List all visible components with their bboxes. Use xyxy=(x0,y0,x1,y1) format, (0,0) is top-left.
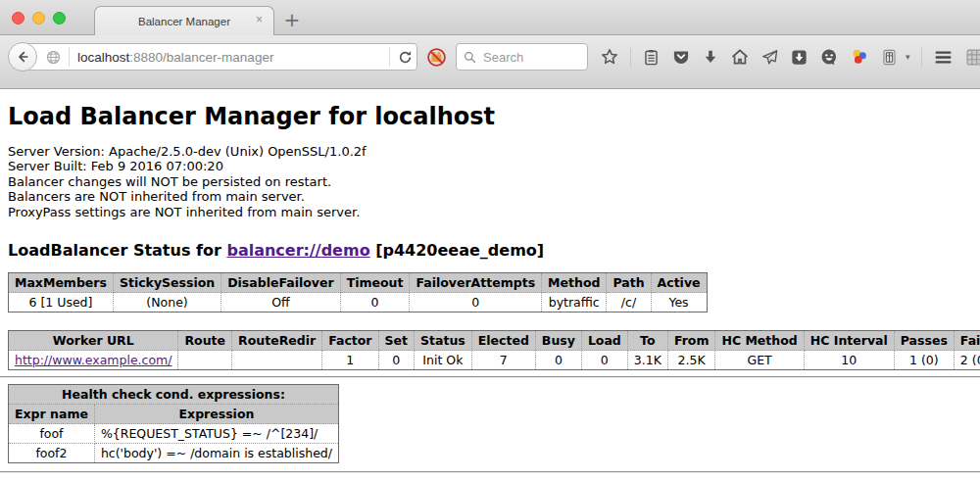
heading-prefix: LoadBalancer Status for xyxy=(8,241,226,260)
cell-active: Yes xyxy=(651,293,707,313)
col-worker-url: Worker URL xyxy=(9,331,178,351)
cell-from: 2.5K xyxy=(667,351,715,370)
addon-download-button[interactable] xyxy=(790,42,808,72)
page-content: Load Balancer Manager for localhost Serv… xyxy=(0,103,980,473)
home-button[interactable] xyxy=(730,42,750,72)
col-busy: Busy xyxy=(535,331,581,351)
col-routeredir: RouteRedir xyxy=(232,331,322,351)
colored-dots-addon-button[interactable] xyxy=(850,42,869,72)
smiley-addon-button[interactable] xyxy=(819,42,839,72)
notebook-addon-button[interactable] xyxy=(880,42,899,72)
page-title: Load Balancer Manager for localhost xyxy=(8,103,972,130)
cell-busy: 0 xyxy=(535,351,581,370)
search-bar[interactable] xyxy=(456,43,588,71)
col-fails: Fails xyxy=(954,331,980,351)
cell-routeredir xyxy=(232,351,322,370)
back-button[interactable] xyxy=(8,42,37,72)
cell-fails: 2 (0) xyxy=(954,351,980,370)
cell-hc-interval: 10 xyxy=(804,351,894,370)
cell-failoverattempts: 0 xyxy=(410,293,542,313)
cell-route xyxy=(178,351,232,370)
grid-addon-icon xyxy=(964,47,980,68)
table-header-row: MaxMembers StickySession DisableFailover… xyxy=(9,273,708,293)
col-maxmembers: MaxMembers xyxy=(9,273,114,293)
health-check-table: Health check cond. expressions: Expr nam… xyxy=(8,384,339,463)
cell-set: 0 xyxy=(378,351,414,370)
bookmark-star-icon xyxy=(600,47,619,67)
reload-button[interactable] xyxy=(398,42,413,72)
window-zoom-button[interactable] xyxy=(53,12,66,24)
col-method: Method xyxy=(542,273,607,293)
navigation-toolbar: localhost:8880/balancer-manager xyxy=(0,35,980,89)
back-arrow-icon xyxy=(15,49,30,65)
dropdown-caret-icon[interactable]: ▾ xyxy=(906,52,910,62)
cell-expression: hc('body') =~ /domain is established/ xyxy=(94,444,338,463)
col-status: Status xyxy=(415,331,472,351)
col-hc-method: HC Method xyxy=(715,331,804,351)
col-elected: Elected xyxy=(471,331,535,351)
cell-to: 3.1K xyxy=(627,351,667,370)
cell-status: Init Ok xyxy=(415,351,472,370)
server-info: Server Version: Apache/2.5.0-dev (Unix) … xyxy=(8,144,972,219)
balancer-demo-link[interactable]: balancer://demo xyxy=(226,241,369,260)
health-row: foof2 hc('body') =~ /domain is establish… xyxy=(9,444,339,463)
col-set: Set xyxy=(378,331,414,351)
reload-icon xyxy=(398,50,413,65)
search-input[interactable] xyxy=(481,49,569,66)
cell-disablefailover: Off xyxy=(221,293,340,313)
globe-icon xyxy=(46,50,61,65)
send-tab-button[interactable] xyxy=(760,42,779,72)
heading-suffix: [p4420eeae_demo] xyxy=(370,241,545,260)
tab-balancer-manager[interactable]: Balancer Manager × xyxy=(94,6,274,35)
colored-dots-icon xyxy=(850,47,869,67)
grid-addon-button[interactable] xyxy=(964,42,980,72)
worker-status-table: Worker URL Route RouteRedir Factor Set S… xyxy=(8,330,980,370)
worker-row: http://www.example.com/ 1 0 Init Ok 7 0 … xyxy=(9,351,980,370)
loadbalancer-status-heading: LoadBalancer Status for balancer://demo … xyxy=(8,241,972,260)
balancer-settings-table: MaxMembers StickySession DisableFailover… xyxy=(8,272,708,313)
tab-close-icon[interactable]: × xyxy=(256,14,263,25)
home-icon xyxy=(730,47,750,67)
pocket-icon xyxy=(671,47,691,67)
window-minimize-button[interactable] xyxy=(32,12,45,24)
col-expr-name: Expr name xyxy=(9,405,95,424)
cell-factor: 1 xyxy=(322,351,378,370)
cell-elected: 7 xyxy=(471,351,535,370)
health-row: foof %{REQUEST_STATUS} =~ /^[234]/ xyxy=(9,424,339,444)
col-load: Load xyxy=(581,331,627,351)
smiley-icon xyxy=(819,47,839,67)
url-bar[interactable]: localhost:8880/balancer-manager xyxy=(22,43,417,71)
bookmark-star-button[interactable] xyxy=(600,42,619,72)
blocked-plugin-icon xyxy=(426,47,447,68)
health-table-title: Health check cond. expressions: xyxy=(9,385,339,405)
cell-method: bytraffic xyxy=(542,293,607,313)
col-to: To xyxy=(627,331,667,351)
toolbar-icons: ▾ xyxy=(600,42,980,72)
col-hc-interval: HC Interval xyxy=(804,331,894,351)
cell-passes: 1 (0) xyxy=(894,351,954,370)
hamburger-menu-icon xyxy=(933,47,954,68)
menu-button[interactable] xyxy=(933,42,954,72)
blocked-plugin-button[interactable] xyxy=(426,42,447,72)
new-tab-button[interactable]: + xyxy=(280,8,304,31)
pocket-button[interactable] xyxy=(671,42,691,72)
urlbar-divider xyxy=(69,47,70,67)
inherit-notice-line: Balancers are NOT inherited from main se… xyxy=(8,189,972,204)
cell-maxmembers: 6 [1 Used] xyxy=(9,293,114,313)
cell-worker-url: http://www.example.com/ xyxy=(9,351,178,370)
window-close-button[interactable] xyxy=(12,12,24,24)
worker-url-link[interactable]: http://www.example.com/ xyxy=(15,353,172,367)
toolbar-divider xyxy=(630,48,631,67)
cell-expr-name: foof2 xyxy=(9,444,95,463)
cell-stickysession: (None) xyxy=(113,293,220,313)
reading-list-button[interactable] xyxy=(642,42,661,72)
downloads-button[interactable] xyxy=(702,42,719,72)
search-icon xyxy=(464,51,476,64)
col-expression: Expression xyxy=(94,405,338,424)
paper-plane-icon xyxy=(760,48,779,67)
col-route: Route xyxy=(178,331,232,351)
browser-window: Balancer Manager × + localhost:8880/bala… xyxy=(0,0,980,473)
tab-title: Balancer Manager xyxy=(138,16,230,27)
cell-hc-method: GET xyxy=(715,351,804,370)
urlbar-divider2 xyxy=(389,47,390,67)
